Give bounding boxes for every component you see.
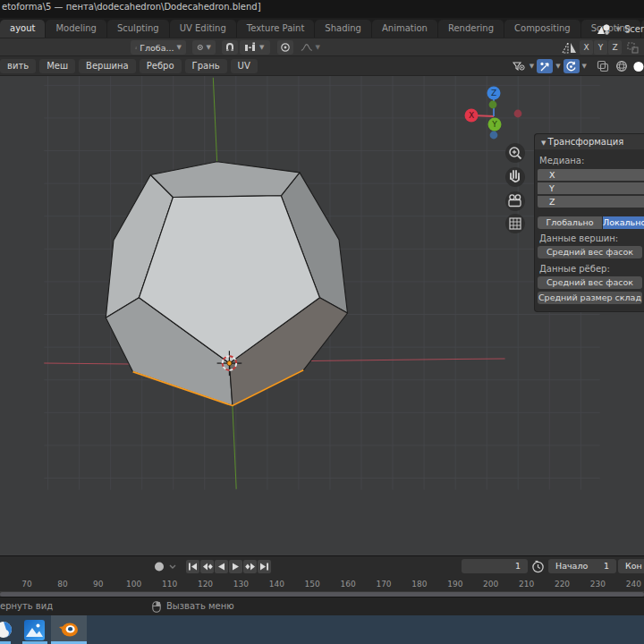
magnet-icon <box>225 42 235 53</box>
viewport-menu-4[interactable]: Грань <box>185 59 227 73</box>
viewport-menu-2[interactable]: Вершина <box>79 59 136 73</box>
jump-to-end-button[interactable] <box>258 560 271 573</box>
mirror-x-button[interactable]: X <box>580 40 593 55</box>
photos-taskbar-icon[interactable] <box>24 620 45 640</box>
perspective-toggle-button[interactable] <box>505 214 525 233</box>
chevron-down-icon: ▼ <box>316 44 320 51</box>
space-global-button[interactable]: Глобально <box>538 216 602 229</box>
solid-sphere-icon <box>632 60 644 73</box>
snap-with-dropdown[interactable]: ▼ <box>240 40 270 55</box>
gizmo-z-ball[interactable]: Z <box>487 87 501 100</box>
show-overlays-toggle[interactable] <box>564 59 580 73</box>
play-reverse-button[interactable] <box>215 560 228 573</box>
object-visibility-dropdown[interactable] <box>511 59 527 73</box>
current-frame-field[interactable]: 1 <box>462 559 528 573</box>
clock-icon <box>531 560 545 573</box>
proportional-editing-icon <box>280 42 291 53</box>
workspace-tab-animation[interactable]: Animation <box>372 20 437 38</box>
svg-text:Z: Z <box>491 89 496 97</box>
gizmo-axis-dot-blue-neg[interactable] <box>490 131 498 140</box>
viewport-header: витьМешВершинаРеброГраньUV ▼ ▼ <box>0 56 644 76</box>
timeline-ruler[interactable]: 7080901001101201301401501601701801902002… <box>0 578 644 591</box>
snap-increment-icon <box>244 42 257 53</box>
workspace-tab-shading[interactable]: Shading <box>315 20 371 38</box>
chevron-down-icon: ▼ <box>259 44 264 51</box>
camera-view-button[interactable] <box>505 191 525 211</box>
os-taskbar <box>0 615 644 644</box>
ruler-frame-label: 120 <box>198 580 213 589</box>
pivot-point-dropdown[interactable]: ▼ <box>192 40 216 55</box>
browser-taskbar-icon[interactable] <box>0 621 13 639</box>
workspace-tab-uv-editing[interactable]: UV Editing <box>170 20 236 38</box>
scene-icon <box>595 23 613 36</box>
pan-button[interactable] <box>505 167 525 187</box>
falloff-dropdown[interactable]: ▼ <box>296 40 325 55</box>
show-gizmo-toggle[interactable] <box>537 59 553 73</box>
median-y-field[interactable]: Y <box>538 182 644 194</box>
mean-crease-button[interactable]: Средний размер склад <box>538 292 642 304</box>
wireframe-sphere-icon <box>615 60 628 72</box>
workspace-tab-compositing[interactable]: Compositing <box>504 20 580 38</box>
blender-taskbar-button[interactable] <box>51 615 87 644</box>
mean-bevel-weight-edge-button[interactable]: Средний вес фасок <box>538 276 642 289</box>
shading-solid-button[interactable] <box>632 59 644 73</box>
workspace-tabbar: ayoutModelingSculptingUV EditingTexture … <box>0 18 644 38</box>
workspace-tab-modeling[interactable]: Modeling <box>46 20 106 38</box>
proportional-editing-toggle[interactable] <box>277 40 293 55</box>
correct-face-attributes-icon[interactable] <box>626 41 640 55</box>
orientation-label: Глоба... <box>140 43 174 53</box>
viewport-3d[interactable]: витьМешВершинаРеброГраньUV ▼ ▼ <box>0 56 644 555</box>
workspace-tab-texture-paint[interactable]: Texture Paint <box>237 20 315 38</box>
ruler-frame-label: 180 <box>411 580 427 589</box>
ruler-frame-label: 140 <box>269 580 284 589</box>
y-axis-line-top <box>213 78 216 162</box>
record-button[interactable] <box>152 560 179 573</box>
viewport-menu-3[interactable]: Ребро <box>140 59 182 73</box>
workspace-tab-sculpting[interactable]: Sculpting <box>107 20 169 38</box>
chevron-down-icon[interactable]: ▼ <box>530 63 534 70</box>
chevron-down-icon[interactable]: ▼ <box>582 63 587 70</box>
viewport-menu-0[interactable]: вить <box>0 59 36 73</box>
snap-toggle[interactable] <box>222 40 238 55</box>
xray-toggle[interactable] <box>595 59 611 73</box>
workspace-tab-ayout[interactable]: ayout <box>0 20 45 38</box>
ruler-frame-label: 130 <box>233 580 249 589</box>
transform-panel-header[interactable]: ▼ Трансформация <box>535 134 644 149</box>
blender-window: etoforma\5 — пента\dodecahedron\Dodecahe… <box>0 0 644 644</box>
play-button[interactable] <box>229 560 242 573</box>
next-keyframe-button[interactable] <box>243 560 257 573</box>
chevron-down-icon[interactable]: ▼ <box>555 63 560 70</box>
median-z-field[interactable]: Z <box>538 196 644 208</box>
ruler-frame-label: 80 <box>57 580 67 589</box>
chevron-down-icon: ▼ <box>616 26 621 33</box>
frame-start-field[interactable]: Начало 1 <box>548 559 616 573</box>
mirror-y-button[interactable]: Y <box>594 40 607 55</box>
frame-end-field[interactable]: Кон <box>618 559 644 573</box>
frame-start-label: Начало <box>555 559 588 573</box>
gizmo-axis-dot-green[interactable] <box>489 101 497 109</box>
workspace-tab-rendering[interactable]: Rendering <box>438 20 504 38</box>
viewport-menu-5[interactable]: UV <box>231 59 258 73</box>
mouse-icon <box>152 601 161 613</box>
viewport-menu-1[interactable]: Меш <box>39 59 75 73</box>
zoom-button[interactable] <box>505 143 525 163</box>
gizmo-axis-dot-red-neg[interactable] <box>514 110 522 118</box>
blender-icon <box>58 620 80 640</box>
navigation-gizmo[interactable]: Z X Y <box>449 80 538 151</box>
median-x-field[interactable]: X <box>538 169 644 181</box>
gizmo-y-ball[interactable]: Y <box>488 118 502 131</box>
overlays-icon <box>565 61 577 72</box>
scene-selector[interactable]: ▼ Scer <box>595 21 644 37</box>
transform-orientation-dropdown[interactable]: Глоба... ▼ <box>131 40 186 55</box>
gizmo-x-ball[interactable]: X <box>465 109 479 123</box>
shading-wireframe-button[interactable] <box>614 59 630 73</box>
xray-icon <box>597 60 609 72</box>
ruler-frame-label: 220 <box>555 580 570 589</box>
jump-to-start-button[interactable] <box>186 560 199 573</box>
mean-bevel-weight-vertex-button[interactable]: Средний вес фасок <box>538 246 642 258</box>
transform-panel: ▼ Трансформация Медиана: X Y Z Глобально… <box>534 133 644 312</box>
mirror-z-button[interactable]: Z <box>608 40 622 55</box>
space-local-button[interactable]: Локально <box>603 216 644 229</box>
chevron-down-icon: ▼ <box>207 44 211 51</box>
prev-keyframe-button[interactable] <box>200 560 214 573</box>
